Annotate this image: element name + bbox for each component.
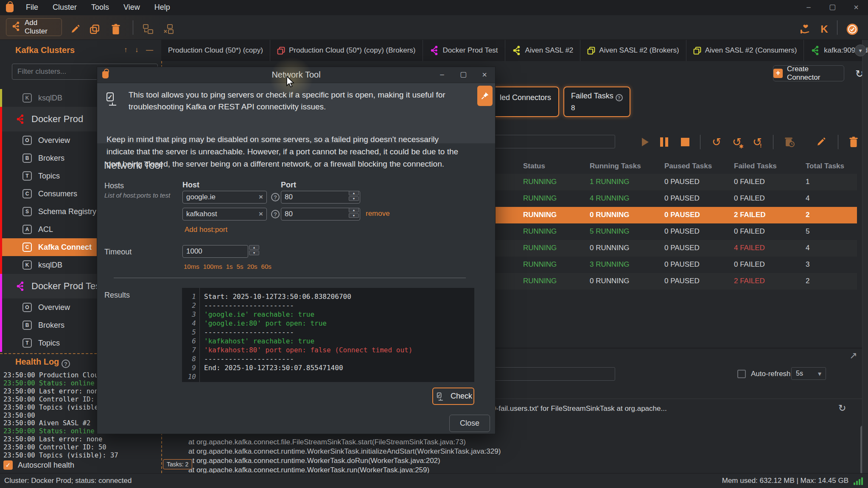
resume-task-icon[interactable] bbox=[638, 136, 652, 148]
add-cluster-button[interactable]: Add Cluster bbox=[6, 18, 62, 36]
add-host-port-link[interactable]: Add host:port bbox=[185, 226, 227, 234]
timeout-preset-link[interactable]: 20s bbox=[247, 263, 257, 270]
cell-running: 0 RUNNING bbox=[590, 244, 630, 252]
clear-host-icon[interactable]: × bbox=[259, 193, 263, 201]
host-input[interactable]: google.ie× bbox=[182, 191, 267, 204]
dialog-close-button[interactable]: × bbox=[474, 67, 495, 83]
host-help-icon[interactable]: ? bbox=[271, 193, 280, 201]
item-label: Consumers bbox=[38, 190, 77, 198]
timeout-stepper[interactable]: ▲▼ bbox=[249, 245, 259, 256]
line-number: 8 bbox=[182, 354, 199, 363]
timeout-preset-link[interactable]: 10ms bbox=[184, 263, 199, 270]
autoscroll-checkbox[interactable]: ✓ bbox=[3, 460, 13, 470]
auto-refresh-checkbox[interactable] bbox=[737, 370, 746, 378]
stack-trace[interactable]: at org.apache.kafka.connect.file.FileStr… bbox=[188, 438, 501, 475]
k-logo-icon[interactable]: K bbox=[818, 23, 831, 36]
timeout-preset-link[interactable]: 100ms bbox=[203, 263, 222, 270]
results-console[interactable]: 12345678910 Start: 2025-10-12T23:50:06.8… bbox=[182, 288, 474, 382]
cell-failed: 0 FAILED bbox=[734, 194, 765, 203]
timeout-preset-link[interactable]: 5s bbox=[237, 263, 244, 270]
timeout-preset-link[interactable]: 1s bbox=[226, 263, 233, 270]
cell-total: 5 bbox=[806, 227, 809, 236]
close-button[interactable]: Close bbox=[449, 415, 490, 432]
health-check-badge-icon[interactable] bbox=[846, 23, 859, 36]
mouse-cursor bbox=[285, 75, 296, 88]
delete-cluster-icon[interactable] bbox=[109, 23, 122, 36]
menu-item-file[interactable]: File bbox=[19, 0, 45, 15]
results-line: Start: 2025-10-12T23:50:06.838206700 bbox=[204, 292, 471, 301]
tab-overflow-chevron-icon[interactable]: ▾ bbox=[854, 45, 866, 56]
form-divider bbox=[114, 278, 466, 278]
window-minimize-button[interactable]: – bbox=[797, 0, 820, 15]
clear-host-icon[interactable]: × bbox=[259, 210, 263, 218]
edit-connector-icon[interactable] bbox=[814, 136, 828, 148]
failed-tasks-card[interactable]: Failed Tasks ? 8 bbox=[563, 86, 630, 117]
menu-item-view[interactable]: View bbox=[116, 0, 147, 15]
host-help-icon[interactable]: ? bbox=[271, 210, 280, 218]
sort-up-icon[interactable]: ↑ bbox=[124, 46, 128, 54]
tasks-count-badge[interactable]: Tasks: 2 bbox=[163, 459, 192, 469]
restart-all-tasks-icon[interactable]: ↺✱ bbox=[730, 136, 744, 148]
connect-cluster-icon[interactable] bbox=[142, 23, 154, 36]
retry-task-icon[interactable]: ↻ bbox=[838, 403, 846, 414]
col-running-tasks[interactable]: Running Tasks bbox=[590, 162, 641, 170]
tab-production-cloud-50-copy-[interactable]: Production Cloud (50*) (copy) bbox=[161, 40, 270, 61]
dialog-maximize-button[interactable]: ▢ bbox=[453, 67, 474, 83]
tab-aiven-sasl-2-consumers-[interactable]: Aiven SASL #2 (Consumers) bbox=[686, 40, 804, 61]
expand-panel-icon[interactable]: ↗ bbox=[849, 350, 857, 361]
port-value: 80 bbox=[285, 193, 293, 201]
donate-heart-icon[interactable] bbox=[799, 23, 812, 36]
autoscroll-row: ✓ Autoscroll health bbox=[3, 459, 74, 471]
port-input[interactable]: 80 bbox=[281, 191, 360, 204]
tab-docker-prod-test[interactable]: Docker Prod Test bbox=[423, 40, 505, 61]
dialog-minimize-button[interactable]: – bbox=[431, 67, 453, 83]
pause-task-icon[interactable] bbox=[657, 136, 671, 148]
delete-with-timer-icon[interactable] bbox=[782, 136, 797, 148]
disconnect-cluster-icon[interactable] bbox=[162, 23, 175, 36]
copy-cluster-icon[interactable] bbox=[88, 23, 101, 36]
col-paused-tasks[interactable]: Paused Tasks bbox=[664, 162, 712, 170]
tab-aiven-sasl-2[interactable]: Aiven SASL #2 bbox=[505, 40, 581, 61]
item-glyph-icon: C bbox=[22, 189, 32, 198]
hosts-sublabel: List of host:ports to test bbox=[104, 192, 170, 199]
item-label: Kafka Connect bbox=[38, 243, 92, 252]
cell-total: 3 bbox=[806, 260, 809, 269]
collapse-all-icon[interactable]: — bbox=[146, 46, 153, 54]
port-stepper[interactable]: ▲▼ bbox=[349, 208, 359, 219]
timeout-preset-link[interactable]: 60s bbox=[261, 263, 272, 270]
host-input[interactable]: kafkahost× bbox=[182, 208, 267, 220]
menu-item-tools[interactable]: Tools bbox=[84, 0, 116, 15]
refresh-interval-select[interactable]: 5s▾ bbox=[791, 367, 826, 380]
window-maximize-button[interactable]: ▢ bbox=[820, 0, 844, 15]
cell-total: 2 bbox=[806, 277, 809, 285]
port-stepper[interactable]: ▲▼ bbox=[349, 191, 359, 202]
delete-connector-icon[interactable] bbox=[846, 136, 861, 148]
sort-down-icon[interactable]: ↓ bbox=[135, 46, 139, 54]
restart-failed-tasks-icon[interactable]: ↺! bbox=[750, 136, 764, 148]
col-total-tasks[interactable]: Total Tasks bbox=[806, 162, 844, 170]
item-label: ksqlDB bbox=[38, 94, 62, 103]
col-status[interactable]: Status bbox=[523, 162, 545, 170]
col-failed-tasks[interactable]: Failed Tasks bbox=[734, 162, 777, 170]
restart-connector-icon[interactable]: ↺ bbox=[709, 136, 724, 148]
remove-host-link[interactable]: remove bbox=[366, 209, 390, 218]
app-logo-icon bbox=[6, 4, 14, 12]
create-connector-button[interactable]: + Create Connector bbox=[773, 65, 844, 81]
window-close-button[interactable]: × bbox=[844, 0, 868, 15]
chevron-down-icon: ▾ bbox=[818, 370, 821, 378]
timeout-label: Timeout bbox=[104, 248, 132, 257]
window-scroll-rail[interactable] bbox=[862, 40, 868, 473]
pin-dialog-button[interactable] bbox=[477, 86, 493, 106]
timeout-input[interactable]: 1000 bbox=[182, 245, 248, 258]
health-log-help-icon[interactable]: ? bbox=[62, 360, 70, 368]
cell-running: 4 RUNNING bbox=[590, 194, 630, 203]
menu-item-cluster[interactable]: Cluster bbox=[45, 0, 84, 15]
edit-cluster-icon[interactable] bbox=[69, 23, 81, 36]
stop-task-icon[interactable] bbox=[678, 136, 692, 148]
check-button[interactable]: ✓ Check bbox=[432, 388, 474, 405]
results-line: ---------------------- bbox=[204, 328, 471, 337]
port-input[interactable]: 80 bbox=[281, 208, 360, 220]
actions-divider-1 bbox=[700, 135, 700, 149]
menu-item-help[interactable]: Help bbox=[147, 0, 177, 15]
tab-aiven-sasl-2-brokers-[interactable]: Aiven SASL #2 (Brokers) bbox=[580, 40, 686, 61]
